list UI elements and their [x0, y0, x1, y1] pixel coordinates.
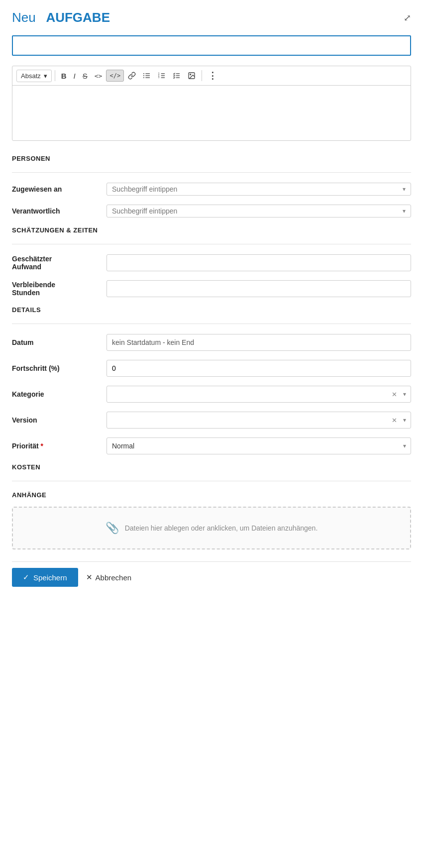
- paragraph-select[interactable]: Absatz ▾: [16, 70, 52, 82]
- code-button[interactable]: <>: [92, 70, 106, 82]
- datum-input[interactable]: [106, 334, 411, 351]
- geschaetzter-label: Geschätzter Aufwand: [12, 255, 106, 271]
- version-select-wrapper: ✕ ▾: [106, 412, 411, 429]
- kategorie-row: Kategorie ✕ ▾: [12, 386, 411, 403]
- schaetzungen-divider: [12, 244, 411, 244]
- section-schaetzungen-title: SCHÄTZUNGEN & ZEITEN: [12, 226, 411, 234]
- fortschritt-row: Fortschritt (%): [12, 360, 411, 377]
- personen-divider: [12, 172, 411, 173]
- image-button[interactable]: [185, 70, 199, 82]
- datum-field: [106, 334, 411, 351]
- fortschritt-label: Fortschritt (%): [12, 364, 106, 372]
- section-kosten-title: KOSTEN: [12, 463, 411, 471]
- save-icon: ✓: [23, 573, 29, 582]
- svg-point-4: [143, 75, 144, 76]
- dropzone-text: Dateien hier ablegen oder anklicken, um …: [125, 524, 318, 532]
- section-personen-title: PERSONEN: [12, 155, 411, 162]
- zugewiesen-row: Zugewiesen an ▾: [12, 183, 411, 196]
- kategorie-field: ✕ ▾: [106, 386, 411, 403]
- kategorie-clear[interactable]: ✕: [392, 391, 397, 398]
- link-button[interactable]: [125, 70, 139, 82]
- cancel-icon: ✕: [86, 573, 93, 582]
- verantwortlich-label: Verantwortlich: [12, 207, 106, 215]
- verantwortlich-input[interactable]: [112, 207, 401, 215]
- verantwortlich-select[interactable]: ▾: [106, 205, 411, 217]
- toolbar-divider-2: [202, 70, 202, 81]
- title-normal: Neu: [12, 10, 36, 25]
- verbleibende-input[interactable]: [106, 280, 411, 297]
- kategorie-select[interactable]: [106, 386, 411, 403]
- geschaetzter-field: [106, 254, 411, 271]
- page-header: Neu AUFGABE ⤢: [12, 10, 411, 25]
- kategorie-label: Kategorie: [12, 390, 106, 398]
- fortschritt-input[interactable]: [106, 360, 411, 377]
- geschaetzter-row: Geschätzter Aufwand: [12, 254, 411, 271]
- prioritaet-field: Normal Niedrig Hoch Kritisch ▾: [106, 437, 411, 454]
- page-title: Neu AUFGABE: [12, 10, 110, 25]
- prioritaet-required: *: [41, 442, 43, 450]
- file-dropzone[interactable]: 📎 Dateien hier ablegen oder anklicken, u…: [12, 507, 411, 549]
- kosten-section: KOSTEN: [12, 463, 411, 481]
- anhaenge-section: ANHÄNGE 📎 Dateien hier ablegen oder ankl…: [12, 491, 411, 549]
- version-field: ✕ ▾: [106, 412, 411, 429]
- svg-text:3: 3: [158, 76, 160, 79]
- kosten-divider: [12, 481, 411, 481]
- editor-container: Absatz ▾ B I S <> </> 123 ⋮: [12, 66, 411, 141]
- svg-point-3: [143, 73, 144, 74]
- more-button[interactable]: ⋮: [205, 68, 220, 83]
- paragraph-select-arrow: ▾: [44, 72, 47, 80]
- zugewiesen-field: ▾: [106, 183, 411, 196]
- verbleibende-label: Verbleibende Stunden: [12, 281, 106, 297]
- geschaetzter-input[interactable]: [106, 254, 411, 271]
- version-label: Version: [12, 416, 106, 424]
- zugewiesen-arrow: ▾: [403, 186, 406, 193]
- footer-actions: ✓ Speichern ✕ Abbrechen: [12, 561, 411, 587]
- verbleibende-field: [106, 280, 411, 297]
- prioritaet-row: Priorität * Normal Niedrig Hoch Kritisch…: [12, 437, 411, 454]
- details-divider: [12, 324, 411, 324]
- checklist-button[interactable]: [170, 70, 184, 82]
- expand-icon[interactable]: ⤢: [404, 12, 411, 23]
- zugewiesen-input[interactable]: [112, 185, 401, 193]
- editor-body[interactable]: [12, 86, 411, 140]
- bold-button[interactable]: B: [58, 70, 70, 82]
- inline-code-button[interactable]: </>: [106, 70, 124, 82]
- prioritaet-select-wrapper: Normal Niedrig Hoch Kritisch ▾: [106, 437, 411, 454]
- paragraph-label: Absatz: [21, 72, 41, 80]
- editor-toolbar: Absatz ▾ B I S <> </> 123 ⋮: [12, 66, 411, 86]
- zugewiesen-label: Zugewiesen an: [12, 185, 106, 193]
- kategorie-select-wrapper: ✕ ▾: [106, 386, 411, 403]
- version-select[interactable]: [106, 412, 411, 429]
- bullet-list-button[interactable]: [140, 70, 154, 82]
- strikethrough-button[interactable]: S: [80, 70, 91, 82]
- toolbar-divider-1: [55, 70, 55, 81]
- section-details-title: DETAILS: [12, 306, 411, 314]
- verantwortlich-field: ▾: [106, 205, 411, 217]
- italic-button[interactable]: I: [71, 70, 79, 82]
- prioritaet-select[interactable]: Normal Niedrig Hoch Kritisch: [106, 437, 411, 454]
- section-anhaenge-title: ANHÄNGE: [12, 491, 411, 499]
- cancel-label: Abbrechen: [96, 573, 132, 582]
- svg-point-16: [190, 74, 191, 75]
- save-label: Speichern: [33, 573, 67, 582]
- svg-point-5: [143, 77, 144, 78]
- verantwortlich-row: Verantwortlich ▾: [12, 205, 411, 217]
- zugewiesen-select[interactable]: ▾: [106, 183, 411, 196]
- verantwortlich-arrow: ▾: [403, 208, 406, 215]
- fortschritt-field: [106, 360, 411, 377]
- paperclip-icon: 📎: [106, 522, 119, 535]
- save-button[interactable]: ✓ Speichern: [12, 568, 78, 587]
- task-title-input[interactable]: [12, 35, 411, 56]
- datum-label: Datum: [12, 338, 106, 346]
- version-clear[interactable]: ✕: [392, 417, 397, 424]
- verbleibende-row: Verbleibende Stunden: [12, 280, 411, 297]
- title-bold: AUFGABE: [46, 10, 110, 25]
- prioritaet-label: Priorität *: [12, 442, 106, 450]
- datum-row: Datum: [12, 334, 411, 351]
- version-row: Version ✕ ▾: [12, 412, 411, 429]
- cancel-button[interactable]: ✕ Abbrechen: [86, 573, 132, 582]
- numbered-list-button[interactable]: 123: [155, 70, 169, 82]
